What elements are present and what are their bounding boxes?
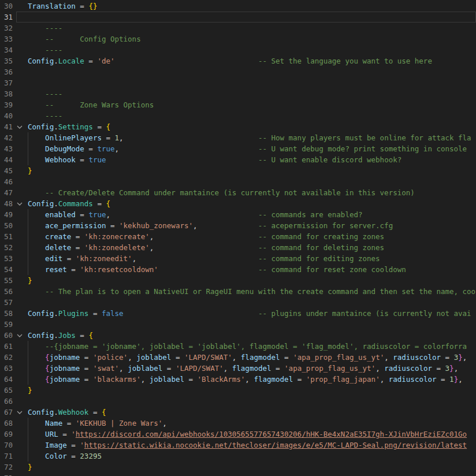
code-line[interactable]: 46 [0, 176, 476, 187]
code-line[interactable]: 60Config.Jobs = { [0, 330, 476, 341]
code-text[interactable]: Config.Webhook = { [28, 407, 476, 418]
line-number[interactable]: 68 [0, 418, 13, 429]
code-text[interactable]: ---- [28, 88, 476, 99]
code-line[interactable]: 58Config.Plugins = false -- plugins unde… [0, 308, 476, 319]
line-number[interactable]: 30 [0, 1, 13, 12]
line-number[interactable]: 60 [0, 330, 13, 341]
line-number[interactable]: 67 [0, 407, 13, 418]
code-line[interactable]: 43 DebugMode = true, -- U want debug mod… [0, 143, 476, 154]
fold-chevron-down-icon[interactable] [13, 121, 28, 132]
line-number[interactable]: 33 [0, 34, 13, 44]
code-text[interactable]: {jobname = 'police', joblabel = 'LAPD/SW… [28, 352, 476, 363]
code-text[interactable]: -- Config Options [28, 34, 476, 44]
line-number[interactable]: 38 [0, 88, 13, 99]
code-line[interactable]: 62 {jobname = 'police', joblabel = 'LAPD… [0, 352, 476, 363]
code-text[interactable]: Config.Plugins = false -- plugins under … [28, 308, 476, 319]
code-text[interactable]: -- Zone Wars Options [28, 99, 476, 110]
code-text[interactable]: ace_permission = 'kekhub_zonewars', -- a… [28, 220, 476, 231]
fold-chevron-down-icon[interactable] [13, 330, 28, 341]
code-text[interactable]: ---- [28, 44, 476, 55]
code-line[interactable]: 64 {jobname = 'blackarms', joblabel = 'B… [0, 374, 476, 385]
code-text[interactable]: Translation = {} [28, 1, 476, 12]
code-text[interactable]: } [28, 462, 476, 473]
code-line[interactable]: 70 Image = 'https://static.wikia.nocooki… [0, 440, 476, 451]
line-number[interactable]: 40 [0, 110, 13, 121]
code-text[interactable] [28, 297, 476, 308]
line-number[interactable]: 59 [0, 319, 13, 330]
line-number[interactable]: 32 [0, 23, 13, 34]
line-number[interactable]: 41 [0, 121, 13, 132]
code-line[interactable]: 69 URL = 'https://discord.com/api/webhoo… [0, 429, 476, 440]
line-number[interactable]: 44 [0, 154, 13, 165]
code-line[interactable]: 53 edit = 'kh:zoneedit', -- command for … [0, 253, 476, 264]
code-text[interactable]: ---- [28, 110, 476, 121]
code-line[interactable]: 37 [0, 77, 476, 88]
line-number[interactable]: 43 [0, 143, 13, 154]
code-text[interactable]: } [28, 275, 476, 286]
line-number[interactable]: 52 [0, 242, 13, 253]
code-line[interactable]: 33 -- Config Options [0, 34, 476, 44]
code-text[interactable]: Config.Settings = { [28, 121, 476, 132]
code-text[interactable]: URL = 'https://discord.com/api/webhooks/… [28, 429, 476, 440]
line-number[interactable]: 46 [0, 176, 13, 187]
code-text[interactable]: enabled = true, -- commands are enabled? [28, 209, 476, 220]
code-line[interactable]: 54 reset = 'kh:resetcooldown' -- command… [0, 264, 476, 275]
code-text[interactable] [28, 319, 476, 330]
code-text[interactable]: create = 'kh:zonecreate', -- command for… [28, 231, 476, 242]
code-line[interactable]: 73 [0, 473, 476, 476]
code-text[interactable]: Config.Jobs = { [28, 330, 476, 341]
code-text[interactable]: Webhook = true -- U want enable discord … [28, 154, 476, 165]
line-number[interactable]: 72 [0, 462, 13, 473]
line-number[interactable]: 70 [0, 440, 13, 451]
line-number[interactable]: 53 [0, 253, 13, 264]
line-number[interactable]: 31 [0, 12, 13, 23]
code-text[interactable] [28, 66, 476, 77]
code-line[interactable]: 65} [0, 385, 476, 396]
code-line[interactable]: 39 -- Zone Wars Options [0, 99, 476, 110]
code-text[interactable]: --{jobname = 'jobname', joblabel = 'jobl… [28, 341, 476, 352]
line-number[interactable]: 55 [0, 275, 13, 286]
line-number[interactable]: 49 [0, 209, 13, 220]
code-text[interactable]: delete = 'kh:zonedelete', -- command for… [28, 242, 476, 253]
code-line[interactable]: 52 delete = 'kh:zonedelete', -- command … [0, 242, 476, 253]
code-text[interactable]: {jobname = 'swat', joblabel = 'LAPD/SWAT… [28, 363, 476, 374]
line-number[interactable]: 65 [0, 385, 13, 396]
code-line[interactable]: 31 [0, 12, 476, 23]
fold-chevron-down-icon[interactable] [13, 198, 28, 209]
line-number[interactable]: 56 [0, 286, 13, 297]
code-line[interactable]: 55} [0, 275, 476, 286]
code-text[interactable]: Config.Commands = { [28, 198, 476, 209]
code-line[interactable]: 66 [0, 396, 476, 407]
line-number[interactable]: 36 [0, 66, 13, 77]
code-line[interactable]: 32 ---- [0, 23, 476, 34]
code-line[interactable]: 38 ---- [0, 88, 476, 99]
code-line[interactable]: 50 ace_permission = 'kekhub_zonewars', -… [0, 220, 476, 231]
code-line[interactable]: 61 --{jobname = 'jobname', joblabel = 'j… [0, 341, 476, 352]
code-line[interactable]: 42 OnlinePlayers = 1, -- How many player… [0, 132, 476, 143]
code-line[interactable]: 68 Name = 'KEKHUB | Zone Wars', [0, 418, 476, 429]
code-line[interactable]: 67Config.Webhook = { [0, 407, 476, 418]
code-text[interactable] [28, 396, 476, 407]
line-number[interactable]: 73 [0, 473, 13, 476]
line-number[interactable]: 39 [0, 99, 13, 110]
code-text[interactable]: } [28, 165, 476, 176]
code-line[interactable]: 71 Color = 23295 [0, 451, 476, 462]
line-number[interactable]: 62 [0, 352, 13, 363]
code-text[interactable]: Config.Locale = 'de' -- Set the language… [28, 55, 476, 66]
code-text[interactable]: ---- [28, 23, 476, 34]
line-number[interactable]: 69 [0, 429, 13, 440]
line-number[interactable]: 42 [0, 132, 13, 143]
code-text[interactable]: DebugMode = true, -- U want debug mode? … [28, 143, 476, 154]
line-number[interactable]: 64 [0, 374, 13, 385]
code-line[interactable]: 44 Webhook = true -- U want enable disco… [0, 154, 476, 165]
code-line[interactable]: 56 -- The plan is to open a NativeUI or … [0, 286, 476, 297]
fold-chevron-down-icon[interactable] [13, 407, 28, 418]
code-line[interactable]: 49 enabled = true, -- commands are enabl… [0, 209, 476, 220]
code-line[interactable]: 48Config.Commands = { [0, 198, 476, 209]
code-editor[interactable]: 30Translation = {}3132 ----33 -- Config … [0, 0, 476, 476]
line-number[interactable]: 54 [0, 264, 13, 275]
code-line[interactable]: 63 {jobname = 'swat', joblabel = 'LAPD/S… [0, 363, 476, 374]
line-number[interactable]: 61 [0, 341, 13, 352]
code-line[interactable]: 72} [0, 462, 476, 473]
code-line[interactable]: 57 [0, 297, 476, 308]
